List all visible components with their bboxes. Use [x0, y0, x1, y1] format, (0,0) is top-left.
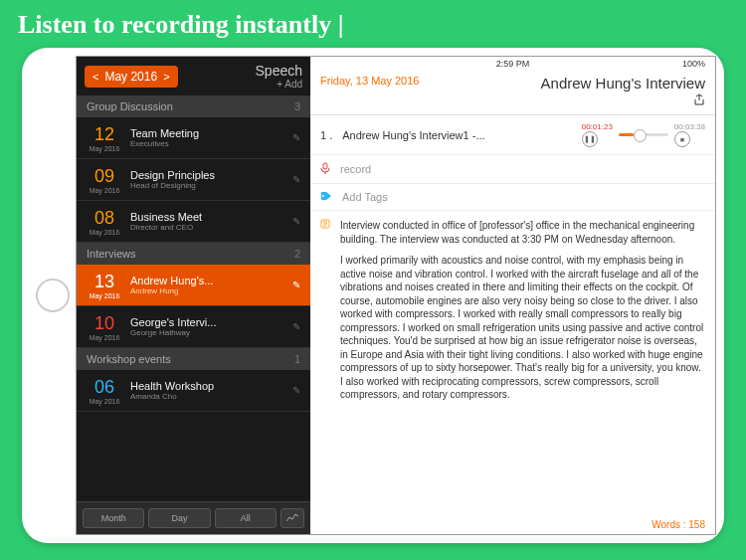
item-body: Health WorkshopAmanda Cho [126, 380, 288, 401]
filter-all-button[interactable]: All [215, 508, 277, 528]
pause-button[interactable]: ❚❚ [582, 131, 598, 147]
date-month: May 2016 [83, 229, 126, 236]
sidebar-footer: Month Day All [77, 501, 310, 534]
date-block: 10May 2016 [83, 313, 126, 341]
next-month-icon[interactable]: > [163, 71, 169, 83]
item-body: Business MeetDirector and CEO [126, 211, 288, 232]
section-header[interactable]: Interviews2 [77, 243, 310, 265]
item-body: George's Intervi...George Hathway [126, 316, 288, 337]
item-body: Team MeetingExecutives [126, 127, 288, 148]
seek-slider[interactable] [619, 133, 668, 136]
stats-icon[interactable] [280, 508, 304, 528]
section-count: 2 [294, 248, 300, 260]
edit-icon[interactable]: ✎ [288, 132, 304, 143]
item-subtitle: Director and CEO [130, 223, 288, 232]
section-header[interactable]: Group Discussion3 [77, 95, 310, 117]
prev-month-icon[interactable]: < [93, 71, 98, 83]
filter-day-button[interactable]: Day [148, 508, 210, 528]
screen: < May 2016 > Speech + Add Group Discussi… [76, 56, 716, 535]
main-content: 2:59 PM 100% Friday, 13 May 2016 Andrew … [310, 57, 715, 534]
entry-title: Andrew Hung's Interview [541, 75, 705, 92]
item-subtitle: Andrew Hung [130, 286, 288, 295]
list-item[interactable]: 10May 2016George's Intervi...George Hath… [77, 306, 310, 348]
item-body: Andrew Hung's...Andrew Hung [126, 275, 288, 295]
date-block: 12May 2016 [83, 124, 126, 152]
list-item[interactable]: 08May 2016Business MeetDirector and CEO✎ [77, 201, 310, 243]
speech-label: Speech [256, 63, 302, 79]
date-month: May 2016 [83, 145, 126, 152]
date-month: May 2016 [83, 398, 126, 405]
entry-date: Friday, 13 May 2016 [320, 75, 419, 87]
date-number: 06 [83, 377, 126, 398]
item-subtitle: Amanda Cho [130, 392, 288, 401]
stop-button[interactable]: ■ [674, 131, 690, 147]
audio-player: 00:01:23 ❚❚ 00:03:38 ■ [582, 122, 705, 147]
date-month: May 2016 [83, 334, 126, 341]
list-item[interactable]: 13May 2016Andrew Hung's...Andrew Hung✎ [77, 265, 310, 306]
promo-title: Listen to recording instantly | [0, 0, 746, 48]
home-button[interactable] [36, 279, 70, 312]
item-title: Business Meet [130, 211, 288, 223]
item-body: Design PrinciplesHead of Designing [126, 169, 288, 190]
list-item[interactable]: 06May 2016Health WorkshopAmanda Cho✎ [77, 370, 310, 412]
tags-row[interactable]: Add Tags [310, 184, 715, 211]
date-month: May 2016 [83, 187, 126, 194]
record-row[interactable]: record [310, 155, 715, 184]
item-subtitle: George Hathway [130, 328, 288, 337]
item-title: Health Workshop [130, 380, 288, 392]
date-number: 08 [83, 208, 126, 229]
month-label: May 2016 [104, 70, 157, 84]
section-title: Workshop events [87, 353, 171, 365]
date-number: 09 [83, 166, 126, 187]
note-intro: Interview conducted in office of [profes… [340, 219, 705, 246]
audio-track-row: 1 . Andrew Hung's Interview1 -... 00:01:… [310, 115, 715, 155]
section-header[interactable]: Workshop events1 [77, 348, 310, 370]
sidebar-header: < May 2016 > Speech + Add [77, 57, 310, 95]
date-number: 13 [83, 272, 126, 292]
elapsed-time: 00:01:23 [582, 122, 613, 131]
list-item[interactable]: 12May 2016Team MeetingExecutives✎ [77, 117, 310, 159]
list-item[interactable]: 09May 2016Design PrinciplesHead of Desig… [77, 159, 310, 201]
section-title: Group Discussion [87, 100, 173, 112]
date-number: 10 [83, 313, 126, 334]
total-time: 00:03:38 [674, 122, 705, 131]
sidebar: < May 2016 > Speech + Add Group Discussi… [77, 57, 310, 534]
edit-icon[interactable]: ✎ [288, 174, 304, 185]
track-number: 1 . [320, 129, 332, 141]
edit-icon[interactable]: ✎ [288, 385, 304, 396]
track-title: Andrew Hung's Interview1 -... [342, 129, 571, 141]
date-number: 12 [83, 124, 126, 145]
edit-icon[interactable]: ✎ [288, 321, 304, 332]
tag-icon [320, 191, 332, 203]
status-time: 2:59 PM [496, 59, 530, 69]
month-selector[interactable]: < May 2016 > [85, 66, 178, 88]
tags-label: Add Tags [342, 191, 388, 203]
item-title: Team Meeting [130, 127, 288, 139]
section-title: Interviews [87, 248, 136, 260]
svg-rect-0 [323, 163, 327, 169]
filter-month-button[interactable]: Month [83, 508, 144, 528]
mic-icon [320, 162, 330, 176]
main-header: Friday, 13 May 2016 Andrew Hung's Interv… [310, 71, 715, 115]
item-title: Design Principles [130, 169, 288, 181]
edit-icon[interactable]: ✎ [288, 280, 304, 290]
date-block: 09May 2016 [83, 166, 126, 194]
item-title: Andrew Hung's... [130, 275, 288, 286]
item-subtitle: Head of Designing [130, 181, 288, 190]
word-count: Words : 158 [310, 515, 715, 534]
add-button[interactable]: + Add [256, 79, 302, 90]
status-battery: 100% [682, 59, 705, 69]
date-block: 08May 2016 [83, 208, 126, 236]
record-label: record [340, 163, 371, 175]
item-subtitle: Executives [130, 139, 288, 148]
edit-icon[interactable]: ✎ [288, 216, 304, 227]
section-count: 3 [294, 100, 300, 112]
date-month: May 2016 [83, 292, 126, 299]
share-icon[interactable] [541, 93, 705, 108]
item-title: George's Intervi... [130, 316, 288, 328]
note-text: I worked primarily with acoustics and no… [340, 254, 705, 402]
section-count: 1 [294, 353, 300, 365]
date-block: 13May 2016 [83, 272, 126, 299]
date-block: 06May 2016 [83, 377, 126, 405]
note-body[interactable]: Interview conducted in office of [profes… [310, 211, 715, 515]
